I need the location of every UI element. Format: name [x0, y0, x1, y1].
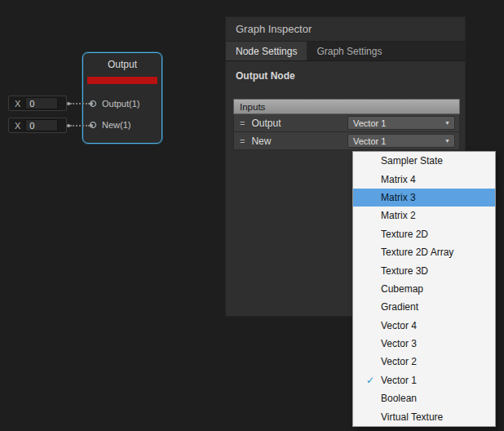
menu-item-label: Virtual Texture	[381, 411, 443, 423]
menu-item-label: Vector 3	[381, 338, 417, 349]
menu-item-label: Gradient	[381, 301, 418, 313]
drag-handle-icon[interactable]: =	[240, 136, 245, 146]
port-row-new: New(1)	[83, 114, 161, 136]
tab-node-settings[interactable]: Node Settings	[226, 42, 307, 60]
menu-item-label: Matrix 2	[381, 210, 416, 221]
menu-item-label: Texture 2D Array	[381, 247, 453, 258]
menu-item-vector-3[interactable]: Vector 3	[353, 335, 495, 353]
port-label-output: Output(1)	[102, 99, 139, 109]
axis-label: X	[15, 99, 20, 109]
menu-item-matrix-3[interactable]: Matrix 3	[353, 189, 495, 207]
input-row-label: New	[251, 136, 347, 147]
menu-item-sampler-state[interactable]: Sampler State	[353, 152, 495, 170]
menu-item-label: Matrix 4	[381, 174, 416, 185]
input-row-new: = New Vector 1 ▼	[233, 132, 460, 150]
menu-item-label: Cubemap	[381, 283, 423, 295]
menu-item-vector-4[interactable]: Vector 4	[353, 317, 495, 335]
menu-item-texture-2d[interactable]: Texture 2D	[353, 225, 495, 243]
menu-item-label: Boolean	[381, 393, 417, 404]
node-title: Output	[83, 53, 161, 77]
port-row-output: Output(1)	[83, 93, 161, 114]
menu-item-label: Vector 4	[381, 320, 417, 331]
edge-connector[interactable]	[70, 103, 90, 104]
panel-title[interactable]: Graph Inspector	[226, 17, 465, 42]
port-default-field-new: X 0	[8, 118, 67, 133]
menu-item-cubemap[interactable]: Cubemap	[353, 280, 495, 298]
menu-item-texture-2d-array[interactable]: Texture 2D Array	[353, 243, 495, 261]
port-default-field-output: X 0	[8, 96, 67, 111]
axis-label: X	[15, 121, 20, 131]
chevron-down-icon: ▼	[444, 138, 454, 144]
dropdown-value: Vector 1	[353, 136, 386, 146]
menu-item-virtual-texture[interactable]: Virtual Texture	[353, 407, 495, 425]
menu-item-vector-2[interactable]: Vector 2	[353, 353, 495, 371]
port-label-new: New(1)	[102, 120, 130, 130]
output-node[interactable]: Output Output(1) New(1)	[82, 52, 162, 144]
drag-handle-icon[interactable]: =	[240, 118, 245, 128]
value-input[interactable]: 0	[25, 97, 58, 109]
menu-item-label: Texture 3D	[381, 265, 428, 277]
shader-graph-canvas: { "node": { "title": "Output", "status_b…	[0, 0, 504, 431]
menu-item-texture-3d[interactable]: Texture 3D	[353, 261, 495, 279]
edge-connector[interactable]	[70, 125, 90, 127]
input-row-label: Output	[251, 118, 347, 129]
menu-item-label: Vector 2	[381, 356, 417, 367]
type-select-menu: Sampler State Matrix 4 Matrix 3 Matrix 2…	[352, 151, 496, 427]
chevron-down-icon: ▼	[444, 120, 454, 126]
menu-item-label: Matrix 3	[381, 192, 416, 203]
menu-item-boolean[interactable]: Boolean	[353, 389, 495, 407]
input-row-output: = Output Vector 1 ▼	[233, 114, 460, 132]
type-dropdown-output[interactable]: Vector 1 ▼	[347, 116, 455, 130]
inputs-panel: Inputs = Output Vector 1 ▼ = New Vector …	[233, 99, 460, 150]
section-title: Output Node	[226, 61, 465, 82]
dropdown-value: Vector 1	[353, 118, 386, 128]
value-input[interactable]: 0	[25, 119, 58, 131]
inspector-tabbar: Node Settings Graph Settings	[226, 42, 465, 61]
tab-graph-settings[interactable]: Graph Settings	[307, 42, 391, 60]
check-icon: ✓	[360, 375, 381, 386]
inputs-panel-header: Inputs	[233, 99, 460, 114]
menu-item-label: Texture 2D	[381, 229, 428, 240]
node-port-list: Output(1) New(1)	[83, 84, 161, 136]
menu-item-matrix-2[interactable]: Matrix 2	[353, 207, 495, 224]
menu-item-vector-1[interactable]: ✓ Vector 1	[353, 371, 495, 389]
menu-item-label: Sampler State	[381, 155, 443, 167]
menu-item-matrix-4[interactable]: Matrix 4	[353, 170, 495, 188]
node-status-bar	[87, 77, 157, 84]
menu-item-label: Vector 1	[381, 375, 417, 386]
type-dropdown-new[interactable]: Vector 1 ▼	[347, 134, 455, 148]
menu-item-gradient[interactable]: Gradient	[353, 298, 495, 316]
